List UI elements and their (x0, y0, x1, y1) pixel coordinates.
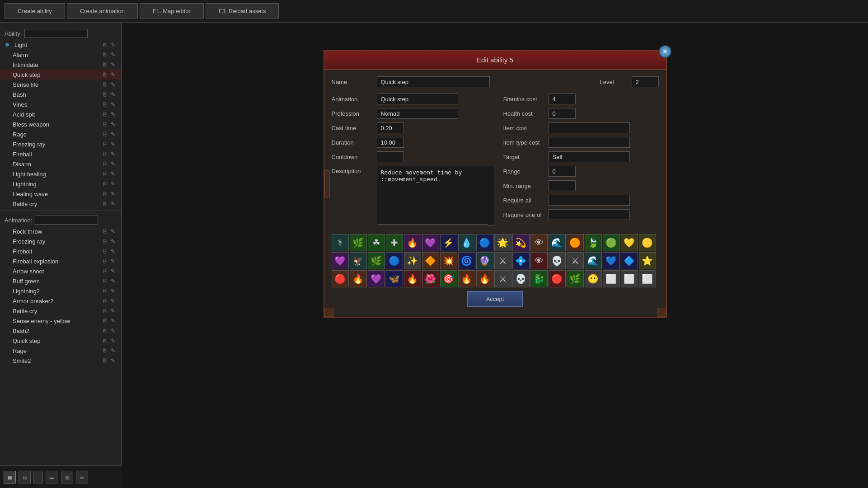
edit-anim-button[interactable]: ✎ (109, 248, 117, 255)
copy-button[interactable]: ⎘ (102, 160, 108, 168)
ability-item[interactable]: Light⎘✎ (0, 40, 121, 50)
copy-button[interactable]: ⎘ (102, 111, 108, 118)
animation-item[interactable]: Rock throw⎘✎ (0, 226, 121, 236)
icon-cell[interactable]: 🔷 (621, 252, 638, 269)
animation-item[interactable]: Firebolt⎘✎ (0, 246, 121, 256)
edit-anim-button[interactable]: ✎ (109, 228, 117, 235)
icon-cell[interactable]: 🦋 (386, 270, 403, 287)
ability-item[interactable]: Bless weapon⎘✎ (0, 119, 121, 129)
edit-anim-button[interactable]: ✎ (109, 307, 117, 314)
copy-button[interactable]: ⎘ (102, 41, 108, 48)
duration-input[interactable] (377, 137, 404, 148)
copy-anim-button[interactable]: ⎘ (102, 347, 108, 354)
edit-button[interactable]: ✎ (109, 200, 117, 207)
animation-item[interactable]: Bash2⎘✎ (0, 326, 121, 336)
edit-button[interactable]: ✎ (109, 190, 117, 197)
animation-item[interactable]: Quick step⎘✎ (0, 336, 121, 346)
icon-cell[interactable]: 🔥 (458, 270, 475, 287)
copy-anim-button[interactable]: ⎘ (102, 297, 108, 305)
animation-item[interactable]: Arrow shoot⎘✎ (0, 266, 121, 276)
icon-cell[interactable]: ⚔ (494, 252, 511, 269)
icon-cell[interactable]: 🟠 (567, 234, 584, 251)
animation-item[interactable]: Battle cry⎘✎ (0, 306, 121, 316)
copy-anim-button[interactable]: ⎘ (102, 327, 108, 334)
icon-cell[interactable]: 🌊 (585, 252, 602, 269)
toolbar-menu-button[interactable]: ☰ (76, 471, 88, 483)
copy-anim-button[interactable]: ⎘ (102, 238, 108, 245)
copy-anim-button[interactable]: ⎘ (102, 337, 108, 344)
icon-cell[interactable]: ⚡ (440, 234, 457, 251)
icon-cell[interactable]: ✨ (404, 252, 421, 269)
ability-item[interactable]: Rage⎘✎ (0, 129, 121, 139)
edit-button[interactable]: ✎ (109, 71, 117, 78)
edit-anim-button[interactable]: ✎ (109, 357, 117, 364)
reload-assets-button[interactable]: F3. Reload assets (206, 3, 279, 19)
stamina-cost-input[interactable] (549, 94, 576, 104)
icon-cell[interactable]: ⬜ (639, 270, 656, 287)
icon-cell[interactable]: 💫 (512, 234, 530, 251)
icon-cell[interactable]: 🍃 (585, 234, 602, 251)
item-type-cost-input[interactable] (549, 137, 630, 148)
ability-item[interactable]: Bash⎘✎ (0, 89, 121, 99)
accept-button[interactable]: Accept (467, 291, 523, 307)
icon-cell[interactable]: 🔶 (422, 252, 439, 269)
edit-anim-button[interactable]: ✎ (109, 267, 117, 275)
ability-item[interactable]: Vines⎘✎ (0, 99, 121, 109)
edit-button[interactable]: ✎ (109, 170, 117, 178)
icon-cell[interactable]: 😶 (585, 270, 602, 287)
copy-anim-button[interactable]: ⎘ (102, 267, 108, 275)
icon-cell[interactable]: 💧 (458, 234, 475, 251)
item-cost-input[interactable] (549, 122, 630, 133)
icon-cell[interactable]: 💀 (549, 252, 566, 269)
icon-cell[interactable]: 💀 (512, 270, 530, 287)
icon-cell[interactable]: ⚕ (332, 234, 349, 251)
level-input[interactable] (632, 76, 659, 87)
ability-item[interactable]: Quick step⎘✎ (0, 70, 121, 80)
edit-button[interactable]: ✎ (109, 91, 117, 98)
edit-anim-button[interactable]: ✎ (109, 258, 117, 265)
edit-anim-button[interactable]: ✎ (109, 287, 117, 295)
icon-cell[interactable]: 🌿 (567, 270, 584, 287)
icon-cell[interactable]: 👁 (530, 252, 548, 269)
icon-cell[interactable]: 🔵 (476, 234, 493, 251)
icon-cell[interactable]: 🟢 (603, 234, 620, 251)
copy-anim-button[interactable]: ⎘ (102, 307, 108, 314)
edit-button[interactable]: ✎ (109, 131, 117, 138)
ability-item[interactable]: Battle cry⎘✎ (0, 199, 121, 209)
copy-anim-button[interactable]: ⎘ (102, 357, 108, 364)
edit-button[interactable]: ✎ (109, 180, 117, 188)
toolbar-grid1-button[interactable]: ▦ (4, 471, 16, 483)
copy-button[interactable]: ⎘ (102, 101, 108, 108)
edit-button[interactable]: ✎ (109, 61, 117, 68)
modal-resize-handle[interactable] (324, 170, 330, 197)
copy-button[interactable]: ⎘ (102, 170, 108, 178)
edit-button[interactable]: ✎ (109, 111, 117, 118)
icon-cell[interactable]: ⚔ (494, 270, 511, 287)
icon-cell[interactable]: 🔥 (476, 270, 493, 287)
icon-cell[interactable]: 🌿 (368, 252, 385, 269)
edit-button[interactable]: ✎ (109, 150, 117, 158)
copy-button[interactable]: ⎘ (102, 141, 108, 148)
copy-button[interactable]: ⎘ (102, 91, 108, 98)
edit-button[interactable]: ✎ (109, 81, 117, 88)
cooldown-input[interactable] (377, 151, 404, 162)
icon-cell[interactable]: 💛 (621, 234, 638, 251)
ability-item[interactable]: Lightning⎘✎ (0, 179, 121, 189)
scrollbar[interactable] (488, 166, 494, 226)
edit-anim-button[interactable]: ✎ (109, 317, 117, 324)
icon-cell[interactable]: 🦅 (350, 252, 367, 269)
name-input[interactable] (377, 76, 490, 87)
copy-button[interactable]: ⎘ (102, 61, 108, 68)
animation-item[interactable]: Fireball explosion⎘✎ (0, 256, 121, 266)
animation-item[interactable]: Sense enemy - yellow⎘✎ (0, 316, 121, 326)
edit-button[interactable]: ✎ (109, 121, 117, 128)
copy-button[interactable]: ⎘ (102, 81, 108, 88)
toolbar-grid2-button[interactable]: ▤ (19, 471, 31, 483)
create-ability-button[interactable]: Create ability (5, 3, 65, 19)
toolbar-dot-button[interactable]: · (33, 471, 43, 483)
ability-item[interactable]: Disarm⎘✎ (0, 159, 121, 169)
animation-item[interactable]: Armor breaker2⎘✎ (0, 296, 121, 306)
ability-item[interactable]: Acid spit⎘✎ (0, 109, 121, 119)
edit-anim-button[interactable]: ✎ (109, 297, 117, 305)
min-range-input[interactable] (549, 180, 576, 191)
